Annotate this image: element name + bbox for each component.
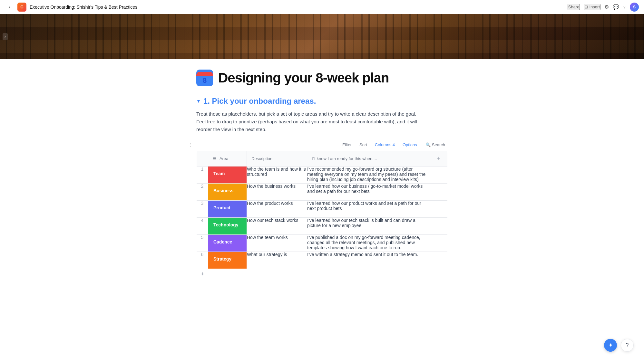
- area-badge: Team: [208, 167, 247, 183]
- page-title: Designing your 8-week plan: [218, 70, 389, 86]
- page-title-area: 8 Designing your 8-week plan: [196, 70, 448, 86]
- calendar-number: 8: [203, 76, 207, 84]
- share-button[interactable]: Share: [568, 4, 580, 10]
- col-description: Description: [247, 151, 307, 167]
- table-toolbar: ⋮ Filter Sort Columns 4 Options 🔍 Search: [196, 141, 448, 148]
- filter-button[interactable]: Filter: [340, 141, 354, 148]
- area-badge: Strategy: [208, 252, 247, 269]
- row-num: 3: [197, 201, 208, 218]
- table-row[interactable]: 6 Strategy What our strategy is I've wri…: [197, 252, 448, 269]
- row-num: 1: [197, 167, 208, 184]
- section-header: ▼ 1. Pick your onboarding areas.: [196, 97, 448, 106]
- col-area-label: Area: [220, 156, 228, 161]
- grid-icon: ⊞: [584, 5, 588, 9]
- desc-cell: How the product works: [247, 201, 307, 218]
- add-row-button[interactable]: +: [196, 269, 209, 280]
- calendar-icon: 8: [196, 70, 213, 86]
- logo-text: C: [20, 5, 23, 9]
- desc-line1: Treat these as placeholders, but pick a …: [196, 111, 416, 117]
- columns-button[interactable]: Columns 4: [373, 141, 397, 148]
- ready-cell: I've learned how our product works and s…: [307, 201, 429, 218]
- row-extra: [429, 167, 448, 184]
- row-num: 6: [197, 252, 208, 269]
- table-row[interactable]: 5 Cadence How the team works I've publis…: [197, 235, 448, 252]
- row-extra: [429, 252, 448, 269]
- area-cell[interactable]: Team: [208, 167, 247, 184]
- settings-icon[interactable]: ⚙: [604, 4, 609, 10]
- table-row[interactable]: 1 Team Who the team is and how it is str…: [197, 167, 448, 184]
- nav-left: ‹ C Executive Onboarding: Shishir's Tips…: [5, 3, 137, 12]
- area-cell[interactable]: Cadence: [208, 235, 247, 252]
- insert-button[interactable]: ⊞ Insert: [584, 4, 600, 10]
- area-cell[interactable]: Business: [208, 184, 247, 201]
- col-area: ☰ Area: [208, 151, 247, 167]
- area-cell[interactable]: Technology: [208, 218, 247, 235]
- row-extra: [429, 201, 448, 218]
- desc-cell: Who the team is and how it is structured: [247, 167, 307, 184]
- col-ready: I'll know I am ready for this when....: [307, 151, 429, 167]
- sort-button[interactable]: Sort: [357, 141, 369, 148]
- desc-cell: How the team works: [247, 235, 307, 252]
- ready-cell: I've published a doc on my go-forward me…: [307, 235, 429, 252]
- ready-cell: I've learned how our tech stack is built…: [307, 218, 429, 235]
- desc-cell: How our tech stack works: [247, 218, 307, 235]
- search-button[interactable]: 🔍 Search: [423, 141, 448, 148]
- row-num: 5: [197, 235, 208, 252]
- desc-line2: Feel free to drag to prioritize (perhaps…: [196, 119, 417, 124]
- calendar-top: [196, 72, 213, 76]
- row-extra: [429, 218, 448, 235]
- nav-bar: ‹ C Executive Onboarding: Shishir's Tips…: [0, 0, 644, 14]
- search-label: Search: [432, 142, 445, 147]
- table-row[interactable]: 2 Business How the business works I've l…: [197, 184, 448, 201]
- back-button[interactable]: ‹: [5, 3, 14, 12]
- row-extra: [429, 235, 448, 252]
- dots-icon[interactable]: ⋮: [189, 142, 193, 148]
- comment-icon[interactable]: 💬: [613, 4, 619, 10]
- area-badge: Business: [208, 184, 247, 200]
- ready-cell: I've recommended my go-forward org struc…: [307, 167, 429, 184]
- nav-right: Share ⊞ Insert ⚙ 💬 ∨ S: [568, 3, 639, 12]
- search-icon: 🔍: [425, 142, 431, 147]
- table-header-row: ☰ Area Description I'll know I am ready …: [197, 151, 448, 167]
- sidebar-toggle[interactable]: ›: [3, 33, 8, 40]
- insert-label: Insert: [589, 5, 600, 9]
- desc-cell: How the business works: [247, 184, 307, 201]
- row-extra: [429, 184, 448, 201]
- add-col-header: +: [429, 151, 448, 167]
- doc-title: Executive Onboarding: Shishir's Tips & B…: [30, 5, 137, 10]
- area-cell[interactable]: Strategy: [208, 252, 247, 269]
- col-num: [197, 151, 208, 167]
- collapse-icon[interactable]: ▼: [196, 99, 201, 104]
- area-col-icon: ☰: [213, 156, 217, 161]
- col-description-label: Description: [251, 156, 272, 161]
- options-button[interactable]: Options: [401, 141, 419, 148]
- section-description: Treat these as placeholders, but pick a …: [196, 110, 448, 133]
- ready-cell: I've written a strategy memo and sent it…: [307, 252, 429, 269]
- add-row-icon: +: [201, 271, 204, 278]
- row-num: 2: [197, 184, 208, 201]
- avatar[interactable]: S: [630, 3, 639, 12]
- data-table: ☰ Area Description I'll know I am ready …: [196, 150, 448, 269]
- section-title: 1. Pick your onboarding areas.: [203, 97, 316, 106]
- add-column-button[interactable]: +: [434, 154, 443, 163]
- row-num: 4: [197, 218, 208, 235]
- main-content: 8 Designing your 8-week plan ▼ 1. Pick y…: [177, 59, 467, 299]
- desc-line3: reorder the view in the next step.: [196, 127, 267, 132]
- table-row[interactable]: 3 Product How the product works I've lea…: [197, 201, 448, 218]
- area-badge: Technology: [208, 218, 247, 234]
- desc-cell: What our strategy is: [247, 252, 307, 269]
- hero-image: ›: [0, 14, 644, 59]
- area-cell[interactable]: Product: [208, 201, 247, 218]
- table-row[interactable]: 4 Technology How our tech stack works I'…: [197, 218, 448, 235]
- col-ready-label: I'll know I am ready for this when....: [312, 156, 377, 161]
- ready-cell: I've learned how our business / go-to-ma…: [307, 184, 429, 201]
- app-logo: C: [17, 3, 26, 12]
- area-badge: Product: [208, 201, 247, 217]
- nav-chevron-icon[interactable]: ∨: [623, 5, 626, 9]
- area-badge: Cadence: [208, 235, 247, 252]
